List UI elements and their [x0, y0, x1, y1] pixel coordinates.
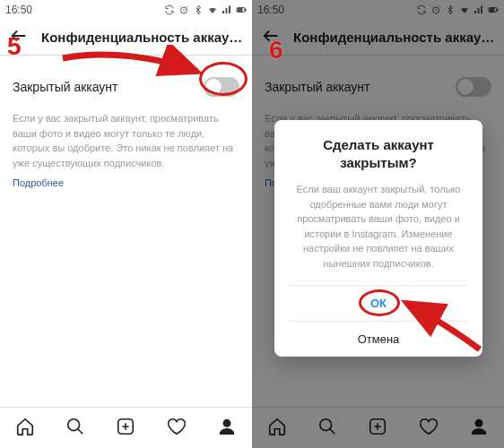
status-time: 16:50	[5, 4, 32, 16]
nav-search[interactable]	[65, 417, 85, 440]
private-account-toggle[interactable]	[204, 77, 239, 97]
back-button[interactable]	[9, 26, 29, 49]
svg-point-4	[68, 418, 80, 430]
phone-screen-step6: 16:50 Конфиденциальность аккаунта Закрыт…	[252, 0, 504, 448]
profile-icon	[217, 417, 237, 436]
private-account-label: Закрытый аккаунт	[13, 80, 118, 94]
sync-icon	[164, 4, 175, 15]
dialog-cancel-button[interactable]: Отмена	[289, 321, 468, 357]
bluetooth-icon	[193, 4, 204, 15]
svg-point-6	[223, 419, 230, 426]
home-icon	[15, 417, 35, 436]
status-bar: 16:50	[0, 0, 252, 20]
svg-rect-3	[238, 9, 242, 12]
wifi-icon	[207, 4, 218, 15]
search-icon	[65, 417, 85, 436]
bottom-nav	[0, 407, 252, 448]
private-account-description: Если у вас закрытый аккаунт, просматрива…	[13, 111, 239, 170]
heart-icon	[167, 417, 187, 436]
dialog-ok-button[interactable]: ОК	[289, 285, 468, 321]
page-header: Конфиденциальность аккаунта	[0, 20, 252, 56]
toggle-knob	[205, 79, 222, 95]
nav-activity[interactable]	[167, 417, 187, 440]
private-account-row: Закрытый аккаунт	[13, 77, 239, 97]
confirm-dialog: Сделать аккаунт закрытым? Если ваш аккау…	[274, 120, 482, 357]
battery-icon	[236, 4, 247, 15]
nav-profile[interactable]	[217, 417, 237, 440]
alarm-icon	[178, 4, 189, 15]
dialog-title: Сделать аккаунт закрытым?	[289, 136, 468, 171]
dialog-body: Если ваш аккаунт закрытый, только одобре…	[289, 182, 468, 271]
nav-home[interactable]	[15, 417, 35, 440]
learn-more-link[interactable]: Подробнее	[13, 177, 64, 188]
plus-square-icon	[116, 417, 135, 436]
page-title: Конфиденциальность аккаунта	[41, 30, 243, 45]
content-area: Закрытый аккаунт Если у вас закрытый акк…	[0, 56, 252, 407]
status-icons	[164, 4, 247, 15]
signal-icon	[222, 4, 232, 15]
nav-new-post[interactable]	[116, 417, 135, 440]
phone-screen-step5: 16:50 Конфиденциальность аккаунта Закрыт…	[0, 0, 252, 448]
svg-rect-2	[245, 9, 246, 11]
